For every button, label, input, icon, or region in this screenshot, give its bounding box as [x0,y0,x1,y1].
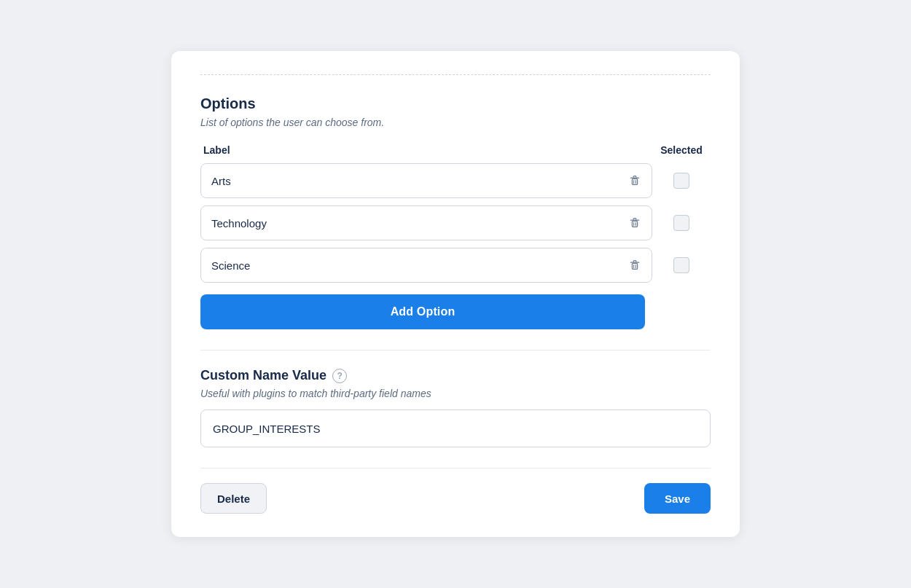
trash-icon-3 [628,259,641,272]
checkbox-col-2 [652,215,711,231]
option-row-2 [200,205,711,240]
custom-name-header: Custom Name Value ? [200,368,711,383]
checkbox-col-1 [652,173,711,189]
option-input-wrap-2 [200,205,652,240]
custom-name-description: Useful with plugins to match third-party… [200,388,711,399]
option-checkbox-3[interactable] [673,257,689,273]
option-input-1[interactable] [211,175,625,187]
footer-divider [200,468,711,469]
trash-icon-2 [628,216,641,230]
delete-option-1-button[interactable] [625,171,644,190]
option-input-wrap-3 [200,248,652,283]
options-description: List of options the user can choose from… [200,117,711,128]
svg-rect-0 [630,178,640,179]
svg-rect-1 [632,179,637,184]
trash-icon-1 [628,174,641,187]
custom-name-input[interactable] [200,409,711,447]
save-button[interactable]: Save [644,483,711,514]
footer-actions: Delete Save [200,483,711,514]
selected-header: Selected [652,144,711,156]
label-header: Label [200,144,652,156]
checkbox-col-3 [652,257,711,273]
options-header: Label Selected [200,144,711,156]
custom-name-title: Custom Name Value [200,368,327,383]
option-checkbox-2[interactable] [673,215,689,231]
option-row-3 [200,248,711,283]
option-input-3[interactable] [211,259,625,272]
option-input-2[interactable] [211,217,625,230]
add-option-button[interactable]: Add Option [200,294,645,329]
svg-rect-4 [630,220,640,221]
delete-option-3-button[interactable] [625,256,644,275]
svg-rect-9 [632,263,637,269]
help-icon[interactable]: ? [332,369,347,383]
options-section: Options List of options the user can cho… [200,95,711,350]
delete-option-2-button[interactable] [625,213,644,232]
option-row-1 [200,163,711,198]
options-title: Options [200,95,711,112]
top-divider [200,74,711,75]
custom-name-section: Custom Name Value ? Useful with plugins … [200,368,711,468]
svg-rect-5 [632,221,637,227]
section-divider [200,350,711,350]
option-checkbox-1[interactable] [673,173,689,189]
main-card: Options List of options the user can cho… [171,51,740,537]
delete-button[interactable]: Delete [200,483,267,514]
option-input-wrap-1 [200,163,652,198]
svg-rect-8 [630,262,640,263]
